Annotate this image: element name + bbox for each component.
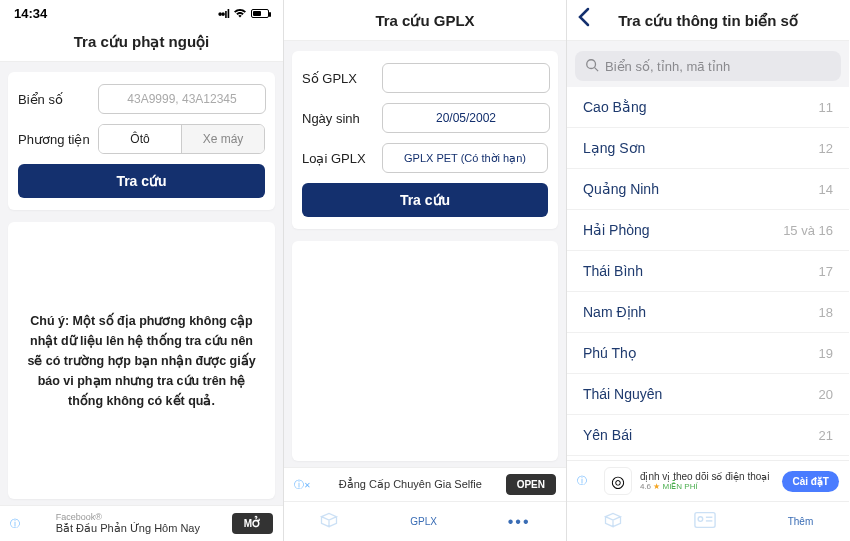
tab-bar: Thêm [567, 501, 849, 541]
notice-text: Chú ý: Một số địa phương không cập nhật … [22, 311, 261, 411]
list-item[interactable]: Thái Nguyên20 [567, 374, 849, 415]
tab-label: GPLX [410, 516, 437, 527]
province-name: Quảng Ninh [583, 181, 659, 197]
ad-open-button[interactable]: OPEN [506, 474, 556, 495]
province-name: Phú Thọ [583, 345, 637, 361]
province-code: 21 [819, 428, 833, 443]
ad-banner[interactable]: ⓘ ◎ định vị theo dõi số điện thoại 4.6 ★… [567, 460, 849, 501]
province-code: 18 [819, 305, 833, 320]
vehicle-segmented[interactable]: Ôtô Xe máy [98, 124, 265, 154]
province-name: Nam Định [583, 304, 646, 320]
province-name: Lạng Sơn [583, 140, 645, 156]
license-input[interactable] [382, 63, 550, 93]
list-item[interactable]: Lạng Sơn12 [567, 128, 849, 169]
province-name: Cao Bằng [583, 99, 646, 115]
dob-input[interactable] [382, 103, 550, 133]
ad-brand: Facebook® [56, 512, 200, 522]
list-item[interactable]: Quảng Ninh14 [567, 169, 849, 210]
status-bar: 14:34 ••ıl [0, 0, 283, 21]
id-card-icon [694, 511, 716, 533]
type-label: Loại GPLX [302, 151, 374, 166]
back-icon[interactable] [577, 7, 591, 33]
ad-banner[interactable]: ⓘ Facebook® Bắt Đầu Phản Ứng Hôm Nay MỞ [0, 505, 283, 541]
svg-line-1 [595, 67, 599, 71]
ad-sub: 4.6 ★ MIỄN PHÍ [640, 482, 770, 491]
ad-text: Đẳng Cấp Chuyên Gia Selfie [339, 478, 482, 491]
lookup-button[interactable]: Tra cứu [18, 164, 265, 198]
svg-point-3 [698, 516, 703, 521]
tab-gplx[interactable]: GPLX [410, 516, 437, 527]
list-item[interactable]: Phú Thọ19 [567, 333, 849, 374]
province-list: Cao Bằng11Lạng Sơn12Quảng Ninh14Hải Phòn… [567, 87, 849, 460]
province-code: 19 [819, 346, 833, 361]
gplx-form-card: Số GPLX Ngày sinh Loại GPLX Tra cứu [292, 51, 558, 229]
page-title-bar: Tra cứu thông tin biển số [567, 0, 849, 41]
province-name: Thái Bình [583, 263, 643, 279]
ad-banner[interactable]: ⓘ✕ Đẳng Cấp Chuyên Gia Selfie OPEN [284, 467, 566, 501]
ad-open-button[interactable]: MỞ [232, 513, 273, 534]
province-code: 12 [819, 141, 833, 156]
province-code: 14 [819, 182, 833, 197]
tab-label: Thêm [788, 516, 814, 527]
page-title: Tra cứu thông tin biển số [618, 12, 798, 29]
province-code: 20 [819, 387, 833, 402]
province-name: Thái Nguyên [583, 386, 662, 402]
vehicle-label: Phương tiện [18, 132, 90, 147]
tab-1[interactable] [319, 510, 339, 534]
ad-info-icon: ⓘ [577, 474, 587, 488]
panel-plate-info: Tra cứu thông tin biển số Cao Bằng11Lạng… [566, 0, 849, 541]
province-code: 17 [819, 264, 833, 279]
dob-label: Ngày sinh [302, 111, 374, 126]
list-item[interactable]: Cao Bằng11 [567, 87, 849, 128]
lookup-button[interactable]: Tra cứu [302, 183, 548, 217]
type-input[interactable] [382, 143, 548, 173]
panel-violation-lookup: 14:34 ••ıl Tra cứu phạt nguội Biển số Ph… [0, 0, 283, 541]
tab-more[interactable]: ••• [508, 513, 531, 531]
list-item[interactable]: Hải Phòng15 và 16 [567, 210, 849, 251]
list-item[interactable]: Thái Bình17 [567, 251, 849, 292]
ad-install-button[interactable]: Cài đặT [782, 471, 839, 492]
result-card [292, 241, 558, 461]
status-time: 14:34 [14, 6, 47, 21]
signal-icon: ••ıl [218, 7, 229, 21]
tab-more[interactable]: Thêm [788, 516, 814, 527]
tab-1[interactable] [603, 510, 623, 534]
search-icon [585, 58, 599, 75]
battery-icon [251, 9, 269, 18]
license-label: Số GPLX [302, 71, 374, 86]
svg-point-0 [587, 59, 596, 68]
page-title: Tra cứu phạt nguội [0, 21, 283, 62]
wifi-icon [233, 6, 247, 21]
app-icon: ◎ [604, 467, 632, 495]
page-title: Tra cứu GPLX [284, 0, 566, 41]
box-icon [603, 510, 623, 534]
search-input[interactable] [605, 59, 831, 74]
search-bar[interactable] [575, 51, 841, 81]
status-icons: ••ıl [218, 6, 269, 21]
ad-info-icon: ⓘ✕ [294, 478, 311, 492]
province-code: 11 [819, 100, 833, 115]
tab-2[interactable] [694, 511, 716, 533]
province-name: Yên Bái [583, 427, 632, 443]
vehicle-option-moto[interactable]: Xe máy [182, 125, 264, 153]
ad-title: định vị theo dõi số điện thoại [640, 471, 770, 482]
plate-input[interactable] [98, 84, 266, 114]
vehicle-option-car[interactable]: Ôtô [99, 125, 182, 153]
ad-info-icon: ⓘ [10, 517, 20, 531]
province-name: Hải Phòng [583, 222, 650, 238]
lookup-form-card: Biển số Phương tiện Ôtô Xe máy Tra cứu [8, 72, 275, 210]
dots-icon: ••• [508, 513, 531, 531]
panel-gplx-lookup: Tra cứu GPLX Số GPLX Ngày sinh Loại GPLX… [283, 0, 566, 541]
province-code: 15 và 16 [783, 223, 833, 238]
plate-label: Biển số [18, 92, 90, 107]
list-item[interactable]: Yên Bái21 [567, 415, 849, 456]
list-item[interactable]: Nam Định18 [567, 292, 849, 333]
result-card: Chú ý: Một số địa phương không cập nhật … [8, 222, 275, 499]
tab-bar: GPLX ••• [284, 501, 566, 541]
box-icon [319, 510, 339, 534]
ad-text: Bắt Đầu Phản Ứng Hôm Nay [56, 522, 200, 535]
